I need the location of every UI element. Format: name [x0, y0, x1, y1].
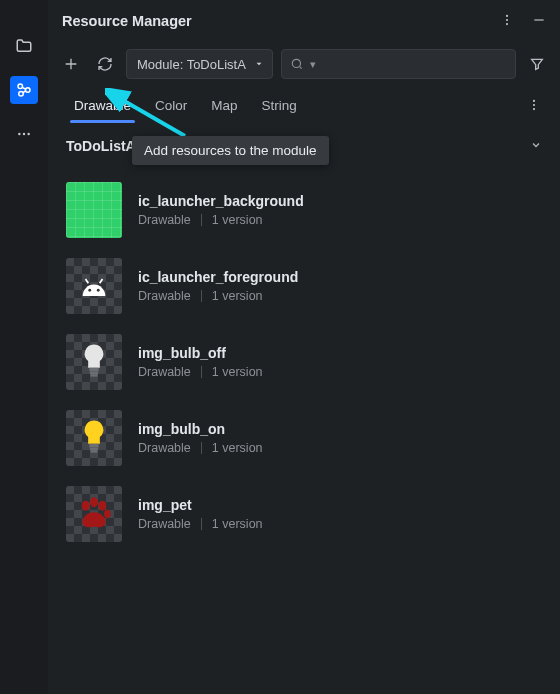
resource-type: Drawable: [138, 517, 191, 531]
toolbar: Module: ToDoListA ▾: [48, 42, 560, 86]
add-button[interactable]: [58, 51, 84, 77]
titlebar: Resource Manager: [48, 0, 560, 42]
resource-item[interactable]: img_bulb_offDrawable1 version: [60, 324, 548, 400]
tabs: DrawableColorMapString: [48, 86, 560, 124]
svg-point-4: [23, 133, 25, 135]
svg-point-23: [82, 501, 90, 511]
svg-point-25: [98, 501, 106, 511]
resource-version: 1 version: [212, 517, 263, 531]
group-title: ToDoListApp.app.main (5): [66, 138, 239, 154]
resource-type: Drawable: [138, 213, 191, 227]
resource-manager-nav-icon[interactable]: [10, 76, 38, 104]
svg-line-16: [100, 279, 103, 283]
resource-version: 1 version: [212, 289, 263, 303]
resource-type: Drawable: [138, 289, 191, 303]
tab-string[interactable]: String: [250, 90, 309, 121]
svg-point-13: [88, 289, 91, 292]
svg-rect-20: [89, 444, 98, 448]
resource-item[interactable]: img_petDrawable1 version: [60, 476, 548, 552]
svg-rect-22: [91, 450, 98, 452]
resource-name: img_bulb_off: [138, 345, 263, 361]
tool-rail: [0, 0, 48, 694]
module-selector[interactable]: Module: ToDoListA: [126, 49, 273, 79]
resource-thumb: [66, 410, 122, 466]
svg-point-10: [533, 100, 535, 102]
svg-point-12: [533, 108, 535, 110]
more-icon[interactable]: [10, 120, 38, 148]
tab-drawable[interactable]: Drawable: [62, 90, 143, 121]
module-label: Module: ToDoListA: [137, 57, 246, 72]
tab-color[interactable]: Color: [143, 90, 199, 121]
svg-point-7: [506, 18, 508, 20]
resource-name: img_pet: [138, 497, 263, 513]
search-icon: [290, 57, 304, 71]
svg-rect-17: [89, 368, 98, 372]
options-icon[interactable]: [500, 13, 514, 30]
resource-meta: ic_launcher_foregroundDrawable1 version: [138, 269, 298, 303]
svg-rect-18: [90, 371, 98, 374]
svg-point-9: [292, 59, 300, 67]
resource-thumb: [66, 258, 122, 314]
resource-meta: ic_launcher_backgroundDrawable1 version: [138, 193, 304, 227]
folder-icon[interactable]: [10, 32, 38, 60]
svg-point-11: [533, 104, 535, 106]
resource-list: ic_launcher_backgroundDrawable1 versioni…: [48, 168, 560, 552]
svg-point-3: [18, 133, 20, 135]
resource-thumb: [66, 182, 122, 238]
resource-group-header[interactable]: ToDoListApp.app.main (5): [48, 124, 560, 168]
resource-meta: img_bulb_offDrawable1 version: [138, 345, 263, 379]
panel-title: Resource Manager: [62, 13, 192, 29]
resource-type: Drawable: [138, 441, 191, 455]
resource-thumb: [66, 486, 122, 542]
resource-meta: img_bulb_onDrawable1 version: [138, 421, 263, 455]
resource-item[interactable]: ic_launcher_backgroundDrawable1 version: [60, 172, 548, 248]
minimize-icon[interactable]: [532, 13, 546, 30]
tab-map[interactable]: Map: [199, 90, 249, 121]
resource-version: 1 version: [212, 441, 263, 455]
panel: Resource Manager Module: ToDoListA ▾: [48, 0, 560, 694]
resource-item[interactable]: ic_launcher_foregroundDrawable1 version: [60, 248, 548, 324]
svg-point-14: [97, 289, 100, 292]
filter-button[interactable]: [524, 51, 550, 77]
svg-point-5: [27, 133, 29, 135]
resource-name: ic_launcher_foreground: [138, 269, 298, 285]
resource-item[interactable]: img_bulb_onDrawable1 version: [60, 400, 548, 476]
resource-thumb: [66, 334, 122, 390]
svg-point-26: [104, 510, 111, 518]
chevron-down-icon: [254, 59, 264, 69]
search-box[interactable]: ▾: [281, 49, 516, 79]
chevron-down-icon: [530, 138, 542, 154]
svg-point-1: [26, 88, 31, 93]
tabs-options-icon[interactable]: [522, 93, 546, 117]
svg-point-0: [18, 84, 23, 89]
svg-rect-19: [91, 374, 98, 376]
resource-meta: img_petDrawable1 version: [138, 497, 263, 531]
svg-point-6: [506, 14, 508, 16]
svg-rect-21: [90, 447, 98, 450]
resource-version: 1 version: [212, 213, 263, 227]
svg-line-15: [86, 279, 89, 283]
search-input[interactable]: [322, 57, 507, 72]
svg-point-2: [19, 92, 24, 97]
resource-version: 1 version: [212, 365, 263, 379]
svg-point-24: [90, 497, 98, 507]
resource-name: img_bulb_on: [138, 421, 263, 437]
refresh-button[interactable]: [92, 51, 118, 77]
resource-type: Drawable: [138, 365, 191, 379]
svg-point-8: [506, 23, 508, 25]
resource-name: ic_launcher_background: [138, 193, 304, 209]
